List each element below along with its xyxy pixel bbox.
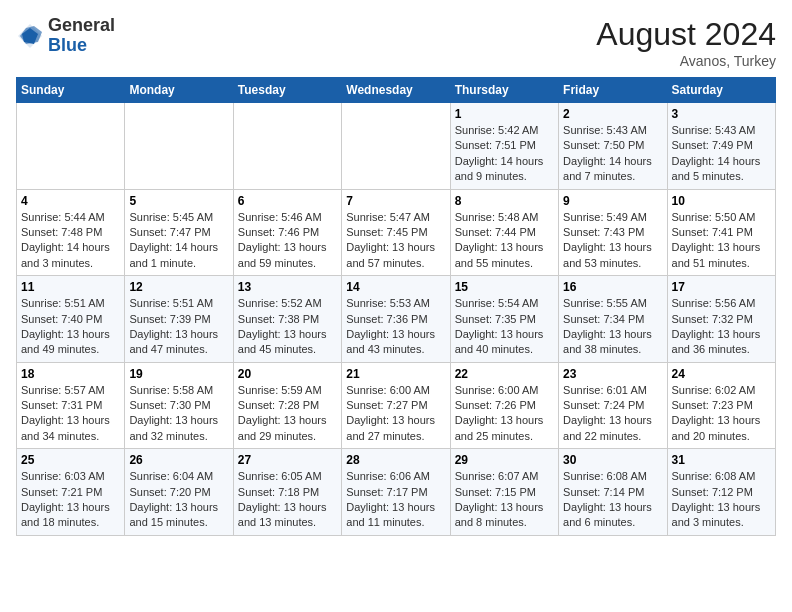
day-number: 6 (238, 194, 337, 208)
logo-icon (16, 22, 44, 50)
logo-text: General Blue (48, 16, 115, 56)
week-row-1: 1Sunrise: 5:42 AM Sunset: 7:51 PM Daylig… (17, 103, 776, 190)
day-info: Sunrise: 5:45 AM Sunset: 7:47 PM Dayligh… (129, 210, 228, 272)
day-number: 27 (238, 453, 337, 467)
day-info: Sunrise: 6:00 AM Sunset: 7:26 PM Dayligh… (455, 383, 554, 445)
day-info: Sunrise: 5:42 AM Sunset: 7:51 PM Dayligh… (455, 123, 554, 185)
day-cell: 6Sunrise: 5:46 AM Sunset: 7:46 PM Daylig… (233, 189, 341, 276)
day-number: 21 (346, 367, 445, 381)
header-day-wednesday: Wednesday (342, 78, 450, 103)
day-number: 24 (672, 367, 771, 381)
week-row-2: 4Sunrise: 5:44 AM Sunset: 7:48 PM Daylig… (17, 189, 776, 276)
day-number: 4 (21, 194, 120, 208)
day-cell: 12Sunrise: 5:51 AM Sunset: 7:39 PM Dayli… (125, 276, 233, 363)
day-cell: 7Sunrise: 5:47 AM Sunset: 7:45 PM Daylig… (342, 189, 450, 276)
day-info: Sunrise: 5:59 AM Sunset: 7:28 PM Dayligh… (238, 383, 337, 445)
day-info: Sunrise: 6:03 AM Sunset: 7:21 PM Dayligh… (21, 469, 120, 531)
day-number: 26 (129, 453, 228, 467)
day-info: Sunrise: 5:50 AM Sunset: 7:41 PM Dayligh… (672, 210, 771, 272)
day-number: 15 (455, 280, 554, 294)
day-info: Sunrise: 6:01 AM Sunset: 7:24 PM Dayligh… (563, 383, 662, 445)
header-row: SundayMondayTuesdayWednesdayThursdayFrid… (17, 78, 776, 103)
day-cell: 20Sunrise: 5:59 AM Sunset: 7:28 PM Dayli… (233, 362, 341, 449)
day-cell: 31Sunrise: 6:08 AM Sunset: 7:12 PM Dayli… (667, 449, 775, 536)
day-number: 20 (238, 367, 337, 381)
day-info: Sunrise: 5:56 AM Sunset: 7:32 PM Dayligh… (672, 296, 771, 358)
day-cell: 16Sunrise: 5:55 AM Sunset: 7:34 PM Dayli… (559, 276, 667, 363)
day-cell: 9Sunrise: 5:49 AM Sunset: 7:43 PM Daylig… (559, 189, 667, 276)
day-number: 29 (455, 453, 554, 467)
calendar-body: 1Sunrise: 5:42 AM Sunset: 7:51 PM Daylig… (17, 103, 776, 536)
day-info: Sunrise: 6:02 AM Sunset: 7:23 PM Dayligh… (672, 383, 771, 445)
day-cell: 5Sunrise: 5:45 AM Sunset: 7:47 PM Daylig… (125, 189, 233, 276)
day-cell: 11Sunrise: 5:51 AM Sunset: 7:40 PM Dayli… (17, 276, 125, 363)
header-day-tuesday: Tuesday (233, 78, 341, 103)
day-cell: 19Sunrise: 5:58 AM Sunset: 7:30 PM Dayli… (125, 362, 233, 449)
day-cell (342, 103, 450, 190)
day-info: Sunrise: 5:43 AM Sunset: 7:50 PM Dayligh… (563, 123, 662, 185)
day-info: Sunrise: 5:43 AM Sunset: 7:49 PM Dayligh… (672, 123, 771, 185)
week-row-5: 25Sunrise: 6:03 AM Sunset: 7:21 PM Dayli… (17, 449, 776, 536)
day-number: 3 (672, 107, 771, 121)
day-cell: 15Sunrise: 5:54 AM Sunset: 7:35 PM Dayli… (450, 276, 558, 363)
day-number: 2 (563, 107, 662, 121)
header-day-friday: Friday (559, 78, 667, 103)
day-cell: 27Sunrise: 6:05 AM Sunset: 7:18 PM Dayli… (233, 449, 341, 536)
day-info: Sunrise: 6:04 AM Sunset: 7:20 PM Dayligh… (129, 469, 228, 531)
day-number: 31 (672, 453, 771, 467)
day-number: 9 (563, 194, 662, 208)
day-info: Sunrise: 6:08 AM Sunset: 7:14 PM Dayligh… (563, 469, 662, 531)
day-number: 23 (563, 367, 662, 381)
week-row-4: 18Sunrise: 5:57 AM Sunset: 7:31 PM Dayli… (17, 362, 776, 449)
day-number: 1 (455, 107, 554, 121)
day-number: 14 (346, 280, 445, 294)
day-info: Sunrise: 5:54 AM Sunset: 7:35 PM Dayligh… (455, 296, 554, 358)
day-cell: 29Sunrise: 6:07 AM Sunset: 7:15 PM Dayli… (450, 449, 558, 536)
day-cell: 30Sunrise: 6:08 AM Sunset: 7:14 PM Dayli… (559, 449, 667, 536)
header-day-sunday: Sunday (17, 78, 125, 103)
day-info: Sunrise: 5:48 AM Sunset: 7:44 PM Dayligh… (455, 210, 554, 272)
calendar-table: SundayMondayTuesdayWednesdayThursdayFrid… (16, 77, 776, 536)
day-cell: 23Sunrise: 6:01 AM Sunset: 7:24 PM Dayli… (559, 362, 667, 449)
day-cell (125, 103, 233, 190)
week-row-3: 11Sunrise: 5:51 AM Sunset: 7:40 PM Dayli… (17, 276, 776, 363)
day-cell: 3Sunrise: 5:43 AM Sunset: 7:49 PM Daylig… (667, 103, 775, 190)
location-subtitle: Avanos, Turkey (596, 53, 776, 69)
day-number: 17 (672, 280, 771, 294)
day-cell: 22Sunrise: 6:00 AM Sunset: 7:26 PM Dayli… (450, 362, 558, 449)
day-info: Sunrise: 6:08 AM Sunset: 7:12 PM Dayligh… (672, 469, 771, 531)
day-cell: 25Sunrise: 6:03 AM Sunset: 7:21 PM Dayli… (17, 449, 125, 536)
day-number: 5 (129, 194, 228, 208)
day-cell: 2Sunrise: 5:43 AM Sunset: 7:50 PM Daylig… (559, 103, 667, 190)
day-cell: 8Sunrise: 5:48 AM Sunset: 7:44 PM Daylig… (450, 189, 558, 276)
day-info: Sunrise: 5:58 AM Sunset: 7:30 PM Dayligh… (129, 383, 228, 445)
header-day-monday: Monday (125, 78, 233, 103)
day-info: Sunrise: 5:55 AM Sunset: 7:34 PM Dayligh… (563, 296, 662, 358)
title-block: August 2024 Avanos, Turkey (596, 16, 776, 69)
day-cell: 28Sunrise: 6:06 AM Sunset: 7:17 PM Dayli… (342, 449, 450, 536)
day-info: Sunrise: 5:49 AM Sunset: 7:43 PM Dayligh… (563, 210, 662, 272)
day-number: 7 (346, 194, 445, 208)
day-info: Sunrise: 5:52 AM Sunset: 7:38 PM Dayligh… (238, 296, 337, 358)
month-title: August 2024 (596, 16, 776, 53)
day-cell: 1Sunrise: 5:42 AM Sunset: 7:51 PM Daylig… (450, 103, 558, 190)
day-info: Sunrise: 5:57 AM Sunset: 7:31 PM Dayligh… (21, 383, 120, 445)
day-number: 22 (455, 367, 554, 381)
day-cell (233, 103, 341, 190)
day-number: 25 (21, 453, 120, 467)
header-day-saturday: Saturday (667, 78, 775, 103)
header-day-thursday: Thursday (450, 78, 558, 103)
day-cell: 21Sunrise: 6:00 AM Sunset: 7:27 PM Dayli… (342, 362, 450, 449)
day-number: 18 (21, 367, 120, 381)
day-number: 13 (238, 280, 337, 294)
day-number: 30 (563, 453, 662, 467)
day-number: 8 (455, 194, 554, 208)
day-info: Sunrise: 6:00 AM Sunset: 7:27 PM Dayligh… (346, 383, 445, 445)
day-cell: 13Sunrise: 5:52 AM Sunset: 7:38 PM Dayli… (233, 276, 341, 363)
day-cell: 4Sunrise: 5:44 AM Sunset: 7:48 PM Daylig… (17, 189, 125, 276)
day-cell: 14Sunrise: 5:53 AM Sunset: 7:36 PM Dayli… (342, 276, 450, 363)
day-number: 19 (129, 367, 228, 381)
day-info: Sunrise: 5:44 AM Sunset: 7:48 PM Dayligh… (21, 210, 120, 272)
day-cell: 10Sunrise: 5:50 AM Sunset: 7:41 PM Dayli… (667, 189, 775, 276)
day-info: Sunrise: 5:47 AM Sunset: 7:45 PM Dayligh… (346, 210, 445, 272)
